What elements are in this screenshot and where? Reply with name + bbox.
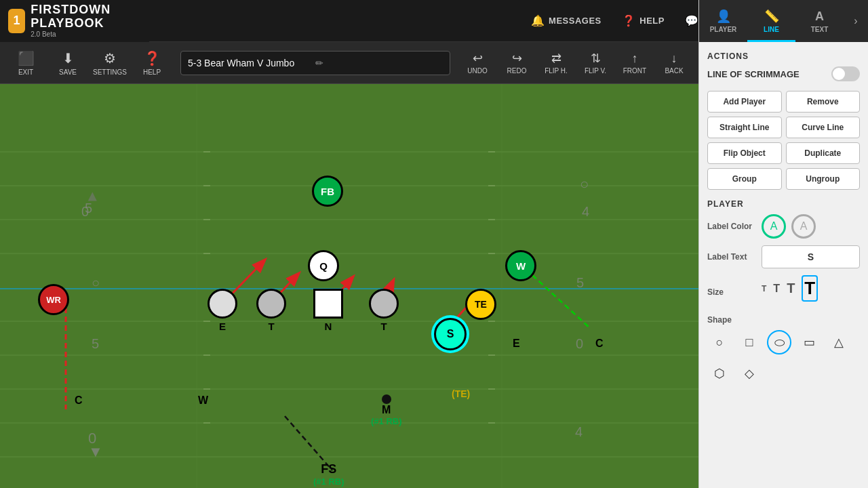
player-label-e-right: E	[513, 338, 520, 350]
player-fs[interactable]: FS (#1 RB)	[313, 462, 344, 487]
los-toggle[interactable]	[831, 66, 860, 81]
size-lg-button[interactable]: T	[802, 275, 818, 302]
svg-text:5: 5	[576, 275, 584, 290]
player-e-left[interactable]: E	[208, 289, 237, 332]
label-color-active-button[interactable]: A	[762, 214, 786, 239]
main-toolbar: ⬛ EXIT ⬇ SAVE ⚙ SETTINGS ❓ HELP 5-3 Bear…	[0, 42, 698, 84]
undo-icon: ↩	[473, 51, 483, 66]
exit-icon: ⬛	[18, 50, 35, 66]
curve-line-button[interactable]: Curve Line	[786, 117, 861, 138]
help-toolbar-button[interactable]: ❓ HELP	[132, 45, 172, 81]
player-fb[interactable]: FB	[312, 176, 343, 207]
play-name-display[interactable]: 5-3 Bear Wham V Jumbo ✏	[180, 51, 450, 75]
svg-text:▼: ▼	[583, 485, 597, 488]
size-row: Size T T T T	[707, 275, 860, 308]
redo-button[interactable]: ↪ REDO	[498, 45, 536, 81]
player-te-lower-label: (TE)	[452, 388, 470, 400]
player-square-n	[313, 289, 343, 319]
logo-area: 1 FIRSTDOWN PLAYBOOK 2.0 Beta	[0, 0, 149, 42]
player-t-left[interactable]: T	[256, 289, 286, 332]
save-icon: ⬇	[62, 50, 74, 66]
size-md-button[interactable]: T	[787, 281, 795, 296]
messages-label: MESSAGES	[549, 16, 601, 26]
player-w[interactable]: W	[505, 250, 536, 281]
tab-text-label: TEXT	[811, 26, 829, 33]
front-button[interactable]: ↑ FRONT	[616, 45, 654, 81]
size-label: Size	[707, 287, 762, 297]
label-text-label: Label Text	[707, 252, 762, 262]
shape-triangle-button[interactable]: △	[827, 330, 851, 354]
shape-square-button[interactable]: □	[737, 330, 762, 354]
shape-diamond-button[interactable]: ◇	[737, 361, 762, 386]
tab-line[interactable]: 📏 LINE	[747, 0, 795, 42]
player-label-fs: FS	[321, 462, 336, 476]
help-icon: ❓	[622, 14, 636, 27]
flip-object-button[interactable]: Flip Object	[707, 142, 782, 164]
tab-text[interactable]: A TEXT	[795, 0, 844, 42]
svg-text:○: ○	[580, 176, 589, 192]
label-text-input[interactable]: S	[762, 245, 860, 268]
flip-vertical-button[interactable]: ⇅ FLIP V.	[576, 45, 614, 81]
player-w-lower[interactable]: W	[198, 394, 208, 407]
remove-button[interactable]: Remove	[786, 91, 861, 113]
tab-line-label: LINE	[764, 26, 779, 33]
player-circle-te: TE	[465, 289, 496, 320]
actions-title: ACTIONS	[707, 52, 860, 61]
los-row: LINE OF SCRIMMAGE	[707, 66, 860, 81]
help-nav[interactable]: ❓ HELP	[622, 14, 665, 27]
player-wr[interactable]: WR	[38, 284, 69, 315]
player-n-center[interactable]: N	[313, 289, 343, 332]
settings-button[interactable]: ⚙ SETTINGS	[90, 45, 130, 81]
flip-horizontal-button[interactable]: ⇄ FLIP H.	[537, 45, 575, 81]
straight-line-button[interactable]: Straight Line	[707, 117, 782, 138]
exit-button[interactable]: ⬛ EXIT	[5, 45, 46, 81]
play-name-text: 5-3 Bear Wham V Jumbo	[188, 58, 315, 68]
player-circle-wr: WR	[38, 284, 69, 315]
save-button[interactable]: ⬇ SAVE	[47, 45, 88, 81]
help-circle-icon: ❓	[144, 50, 161, 66]
tab-more[interactable]: ›	[844, 0, 868, 42]
tab-player[interactable]: 👤 PLAYER	[699, 0, 747, 42]
shape-buttons-row1: ○ □ ⬭ ▭ △	[707, 330, 851, 354]
player-c-right[interactable]: C	[595, 338, 604, 350]
player-c-left[interactable]: C	[75, 394, 83, 407]
size-sm-button[interactable]: T	[773, 283, 780, 295]
flip-h-icon: ⇄	[551, 51, 561, 66]
size-xs-button[interactable]: T	[762, 284, 766, 293]
right-panel: 👤 PLAYER 📏 LINE A TEXT › ACTIONS LINE OF…	[698, 0, 868, 488]
right-panel-tabs: 👤 PLAYER 📏 LINE A TEXT ›	[699, 0, 868, 42]
player-label-m: M	[382, 404, 391, 416]
app-title: FIRSTDOWN PLAYBOOK	[31, 3, 141, 30]
edit-icon: ✏	[315, 58, 443, 68]
tab-player-label: PLAYER	[710, 26, 737, 33]
size-buttons: T T T T	[762, 275, 818, 302]
player-m[interactable]: M (#1 RB)	[371, 394, 402, 426]
shape-oval-button[interactable]: ⬭	[767, 330, 791, 354]
player-circle-s: S	[434, 318, 467, 350]
shape-buttons-row2: ⬡ ◇	[707, 361, 762, 386]
label-color-inactive-button[interactable]: A	[791, 214, 816, 239]
ungroup-button[interactable]: Ungroup	[786, 168, 861, 190]
back-button[interactable]: ↓ BACK	[655, 45, 693, 81]
undo-button[interactable]: ↩ UNDO	[458, 45, 496, 81]
svg-rect-0	[0, 84, 698, 488]
player-t-right[interactable]: T	[369, 289, 399, 332]
messages-nav[interactable]: 🔔 MESSAGES	[531, 14, 601, 27]
player-s[interactable]: S	[434, 318, 467, 350]
player-q[interactable]: Q	[308, 250, 339, 281]
label-text-row: Label Text S	[707, 245, 860, 268]
player-circle-e-left	[208, 289, 237, 319]
football-field[interactable]: ◄ 5 0 ○ 5 0 ▼ ○ 4 5 0 4 ▼	[0, 84, 698, 488]
community-icon: 💬	[685, 14, 699, 27]
svg-text:4: 4	[582, 204, 589, 219]
add-player-button[interactable]: Add Player	[707, 91, 782, 113]
toolbar-right-actions: ↩ UNDO ↪ REDO ⇄ FLIP H. ⇅ FLIP V. ↑ FRON…	[458, 45, 693, 81]
group-button[interactable]: Group	[707, 168, 782, 190]
player-e-right[interactable]: E	[513, 338, 520, 350]
shape-rect-button[interactable]: ▭	[797, 330, 821, 354]
player-te[interactable]: TE	[465, 289, 496, 320]
shape-hexagon-button[interactable]: ⬡	[707, 361, 732, 386]
shape-circle-button[interactable]: ○	[707, 330, 732, 354]
player-note-m: (#1 RB)	[371, 416, 402, 426]
duplicate-button[interactable]: Duplicate	[786, 142, 861, 164]
